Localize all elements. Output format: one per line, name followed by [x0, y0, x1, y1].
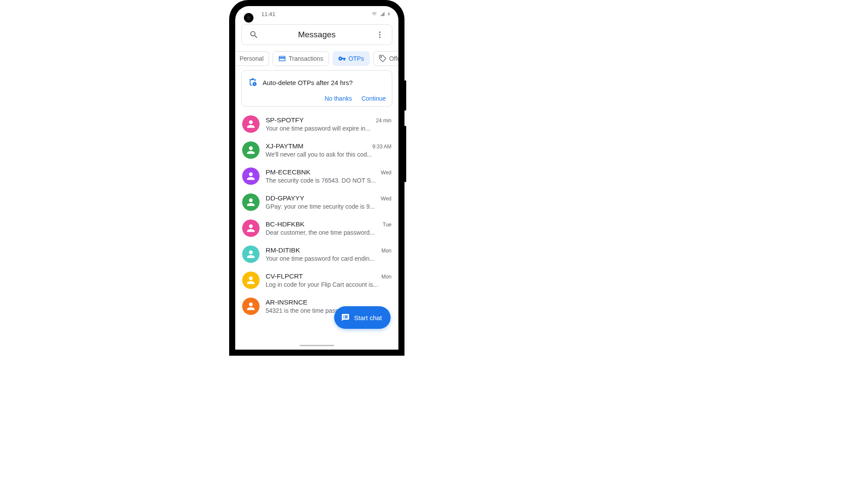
- chat-icon: [341, 313, 350, 322]
- conversation-body: BC-HDFKBKTueDear customer, the one time …: [266, 220, 391, 236]
- svg-point-0: [379, 32, 380, 33]
- conversation-body: XJ-PAYTMM9:33 AMWe'll never call you to …: [266, 142, 391, 158]
- conversation-row[interactable]: DD-GPAYYYWedGPay: your one time security…: [235, 189, 398, 215]
- timestamp: Wed: [381, 196, 391, 202]
- conversation-body: RM-DITIBKMonYour one time password for c…: [266, 246, 391, 262]
- app-title: Messages: [262, 30, 372, 39]
- timestamp: Mon: [381, 248, 391, 254]
- avatar: [242, 219, 260, 237]
- conversation-body: DD-GPAYYYWedGPay: your one time security…: [266, 194, 391, 210]
- category-tabs: Personal Transactions OTPs Offers: [235, 47, 398, 70]
- tab-personal[interactable]: Personal: [237, 51, 269, 66]
- conversation-row[interactable]: XJ-PAYTMM9:33 AMWe'll never call you to …: [235, 137, 398, 163]
- timestamp: 9:33 AM: [372, 144, 391, 150]
- conversation-row[interactable]: CV-FLPCRTMonLog in code for your Flip Ca…: [235, 267, 398, 293]
- tab-label: Transactions: [289, 55, 323, 62]
- phone-screen: 11:41 Messages Personal Trans: [235, 6, 398, 350]
- svg-point-3: [381, 56, 381, 57]
- wifi-icon: [371, 11, 378, 16]
- conversation-row[interactable]: PM-ECECBNKWedThe security code is 76543.…: [235, 163, 398, 189]
- continue-button[interactable]: Continue: [362, 95, 386, 102]
- more-icon[interactable]: [372, 27, 388, 43]
- fab-label: Start chat: [354, 314, 382, 321]
- timestamp: 24 min: [376, 118, 391, 124]
- tab-label: Offers: [389, 55, 398, 62]
- camera-cutout: [244, 13, 253, 23]
- tab-transactions[interactable]: Transactions: [273, 51, 329, 66]
- svg-point-2: [379, 36, 380, 38]
- svg-point-1: [379, 34, 380, 35]
- auto-delete-icon: [248, 78, 257, 87]
- status-bar: 11:41: [235, 6, 398, 22]
- avatar: [242, 246, 260, 263]
- search-icon[interactable]: [246, 27, 262, 43]
- avatar: [242, 272, 260, 289]
- message-preview: GPay: your one time security code is 9..…: [266, 203, 391, 210]
- sender-name: DD-GPAYYY: [266, 194, 304, 202]
- sender-name: BC-HDFKBK: [266, 220, 305, 228]
- conversation-body: PM-ECECBNKWedThe security code is 76543.…: [266, 168, 391, 184]
- app-bar[interactable]: Messages: [241, 24, 392, 45]
- avatar: [242, 141, 260, 159]
- timestamp: Tue: [383, 222, 391, 228]
- message-preview: Your one time password for card endin...: [266, 255, 391, 262]
- conversation-body: CV-FLPCRTMonLog in code for your Flip Ca…: [266, 272, 391, 288]
- no-thanks-button[interactable]: No thanks: [325, 95, 352, 102]
- tag-icon: [379, 55, 387, 62]
- key-icon: [338, 55, 346, 62]
- conversation-row[interactable]: BC-HDFKBKTueDear customer, the one time …: [235, 215, 398, 241]
- conversation-row[interactable]: SP-SPOTFY24 minYour one time password wi…: [235, 111, 398, 137]
- phone-frame: 11:41 Messages Personal Trans: [229, 0, 404, 356]
- message-preview: Log in code for your Flip Cart account i…: [266, 281, 391, 288]
- nav-handle[interactable]: [299, 345, 334, 346]
- tab-offers[interactable]: Offers: [373, 51, 398, 66]
- message-preview: The security code is 76543. DO NOT S...: [266, 177, 391, 184]
- sender-name: XJ-PAYTMM: [266, 142, 303, 150]
- card-icon: [278, 55, 286, 62]
- sender-name: PM-ECECBNK: [266, 168, 310, 176]
- tab-otps[interactable]: OTPs: [332, 51, 370, 66]
- tab-label: OTPs: [349, 55, 364, 62]
- auto-delete-prompt: Auto-delete OTPs after 24 hrs? No thanks…: [241, 70, 392, 107]
- sender-name: CV-FLPCRT: [266, 272, 303, 280]
- message-preview: Dear customer, the one time password...: [266, 229, 391, 236]
- avatar: [242, 193, 260, 211]
- timestamp: Wed: [381, 170, 391, 176]
- sender-name: SP-SPOTFY: [266, 116, 304, 124]
- message-preview: Your one time password will expire in...: [266, 125, 391, 132]
- battery-icon: [387, 11, 391, 17]
- signal-icon: [379, 11, 385, 16]
- start-chat-fab[interactable]: Start chat: [334, 306, 391, 329]
- avatar: [242, 167, 260, 185]
- status-icons: [371, 11, 391, 17]
- timestamp: Mon: [381, 274, 391, 280]
- sender-name: RM-DITIBK: [266, 246, 300, 254]
- conversation-row[interactable]: RM-DITIBKMonYour one time password for c…: [235, 241, 398, 267]
- avatar: [242, 298, 260, 315]
- sender-name: AR-INSRNCE: [266, 298, 307, 306]
- message-preview: We'll never call you to ask for this cod…: [266, 151, 391, 158]
- avatar: [242, 115, 260, 133]
- status-time: 11:41: [261, 11, 276, 17]
- tab-label: Personal: [240, 55, 263, 62]
- conversation-body: SP-SPOTFY24 minYour one time password wi…: [266, 116, 391, 132]
- prompt-text: Auto-delete OTPs after 24 hrs?: [263, 79, 353, 86]
